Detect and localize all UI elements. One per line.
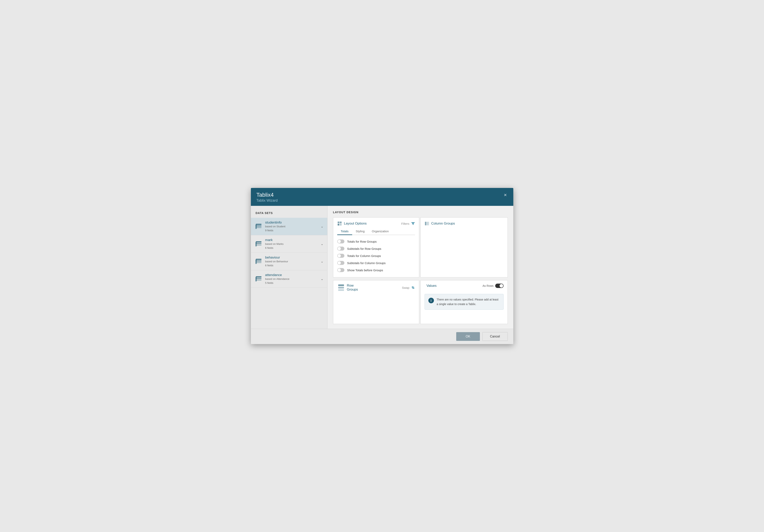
info-text: There are no values specified. Please ad… [437, 297, 500, 306]
svg-rect-23 [428, 222, 429, 225]
dataset-item-studentinfo[interactable]: studentinfo based on Student9 fields ⌄ [251, 218, 327, 235]
svg-rect-12 [256, 276, 262, 277]
column-groups-title: Column Groups [425, 221, 455, 226]
svg-rect-25 [338, 287, 344, 288]
dataset-icon-behaviour [255, 258, 263, 265]
tablix-wizard-dialog: Tablix4 Tablix Wizard × DATA SETS [251, 188, 513, 344]
layout-options-label: Layout Options [344, 222, 367, 226]
tab-totals[interactable]: Totals [337, 228, 352, 235]
dataset-icon-studentinfo [255, 223, 263, 230]
toggle-subtotals-col-groups[interactable] [337, 261, 344, 265]
toggle-totals-row-groups[interactable] [337, 240, 344, 244]
svg-rect-8 [256, 259, 262, 260]
toggle-label-show-totals-before: Show Totals before Groups [347, 268, 383, 272]
dataset-desc-behaviour: based on Behaviour6 fields [265, 260, 321, 267]
info-box: i There are no values specified. Please … [425, 294, 503, 310]
as-rows-label: As Rows [482, 284, 493, 287]
values-panel: Values As Rows i There are no values spe… [420, 280, 508, 324]
dialog-body: DATA SETS studentinfo based on Student9 … [251, 206, 513, 329]
ok-button[interactable]: OK [456, 332, 480, 341]
dataset-text-studentinfo: studentinfo based on Student9 fields [265, 221, 321, 232]
toggle-row-totals-col-groups: Totals for Column Groups [337, 252, 415, 259]
toggle-show-totals-before[interactable] [337, 268, 344, 272]
dataset-item-attendance[interactable]: attendance based on Attendance5 fields ⌄ [251, 270, 327, 288]
datasets-label: DATA SETS [251, 211, 327, 215]
dialog-footer: OK Cancel [251, 329, 513, 344]
svg-rect-13 [256, 278, 262, 279]
column-groups-panel: Column Groups [420, 217, 508, 277]
svg-rect-3 [256, 225, 257, 229]
tab-styling[interactable]: Styling [352, 228, 368, 235]
close-button[interactable]: × [503, 192, 507, 198]
svg-rect-5 [256, 243, 262, 244]
dialog-title: Tablix4 [257, 192, 278, 198]
swap-icon [411, 285, 415, 289]
top-grid: Layout Options Filters Totals Styling [333, 217, 508, 279]
right-panel: LAYOUT DESIGN [327, 206, 513, 329]
row-groups-label: Row Groups [347, 283, 358, 291]
svg-point-20 [338, 224, 339, 225]
row-groups-panel: Row Groups Swap [333, 280, 419, 324]
values-title: Values [425, 284, 437, 288]
dataset-item-behaviour[interactable]: behaviour based on Behaviour6 fields ⌄ [251, 253, 327, 270]
svg-rect-15 [256, 277, 257, 281]
layout-options-title: Layout Options [337, 221, 367, 226]
layout-options-panel: Layout Options Filters Totals Styling [333, 217, 419, 277]
info-icon: i [428, 298, 434, 303]
svg-rect-6 [256, 245, 262, 246]
toggle-row-subtotals-row-groups: Subtotals for Row Groups [337, 245, 415, 252]
toggle-label-subtotals-row-groups: Subtotals for Row Groups [347, 247, 381, 251]
toggle-subtotals-row-groups[interactable] [337, 247, 344, 251]
toggle-label-totals-row-groups: Totals for Row Groups [347, 240, 377, 243]
swap-area[interactable]: Swap [402, 285, 415, 289]
dataset-name-studentinfo: studentinfo [265, 221, 321, 225]
filters-area[interactable]: Filters [401, 222, 415, 226]
toggle-row-subtotals-col-groups: Subtotals for Column Groups [337, 259, 415, 266]
svg-rect-10 [256, 262, 262, 263]
svg-rect-9 [256, 260, 262, 262]
left-panel: DATA SETS studentinfo based on Student9 … [251, 206, 327, 329]
values-header: Values As Rows [425, 283, 503, 288]
svg-rect-7 [256, 242, 257, 247]
svg-rect-2 [256, 227, 262, 228]
svg-rect-1 [256, 225, 262, 227]
row-groups-header: Row Groups Swap [337, 283, 415, 291]
chevron-down-icon-attendance: ⌄ [321, 277, 323, 281]
svg-rect-14 [256, 279, 262, 280]
dialog-header: Tablix4 Tablix Wizard × [251, 188, 513, 206]
filter-icon [411, 222, 415, 226]
dataset-name-mark: mark [265, 238, 321, 242]
dataset-name-behaviour: behaviour [265, 256, 321, 260]
column-groups-icon [425, 221, 429, 226]
toggle-totals-col-groups[interactable] [337, 254, 344, 258]
toggle-label-subtotals-col-groups: Subtotals for Column Groups [347, 261, 386, 265]
dataset-text-behaviour: behaviour based on Behaviour6 fields [265, 256, 321, 267]
layout-options-icon [337, 221, 342, 226]
svg-rect-11 [256, 260, 257, 264]
cancel-button[interactable]: Cancel [482, 332, 508, 341]
toggle-row-totals-row-groups: Totals for Row Groups [337, 238, 415, 245]
chevron-down-icon-mark: ⌄ [321, 242, 323, 246]
toggle-row-show-totals-before: Show Totals before Groups [337, 266, 415, 274]
layout-design-label: LAYOUT DESIGN [333, 211, 508, 214]
dataset-item-mark[interactable]: mark based on Marks6 fields ⌄ [251, 235, 327, 253]
swap-label: Swap [402, 286, 410, 289]
layout-options-header: Layout Options Filters [337, 221, 415, 226]
chevron-down-icon-behaviour: ⌄ [321, 260, 323, 263]
toggle-as-rows[interactable] [495, 283, 503, 288]
values-label: Values [427, 284, 437, 288]
svg-rect-26 [338, 289, 344, 291]
bottom-grid: Row Groups Swap [333, 280, 508, 324]
column-groups-header: Column Groups [425, 221, 503, 226]
svg-rect-4 [256, 241, 262, 243]
dataset-text-attendance: attendance based on Attendance5 fields [265, 273, 321, 285]
dataset-icon-attendance [255, 275, 263, 283]
filters-label: Filters [401, 222, 410, 225]
svg-rect-16 [338, 222, 339, 223]
tab-organization[interactable]: Organization [368, 228, 392, 235]
svg-rect-24 [338, 284, 344, 286]
toggle-label-totals-col-groups: Totals for Column Groups [347, 254, 381, 258]
layout-tabs: Totals Styling Organization [337, 228, 415, 235]
column-groups-label: Column Groups [431, 222, 455, 226]
dialog-subtitle: Tablix Wizard [257, 199, 278, 203]
